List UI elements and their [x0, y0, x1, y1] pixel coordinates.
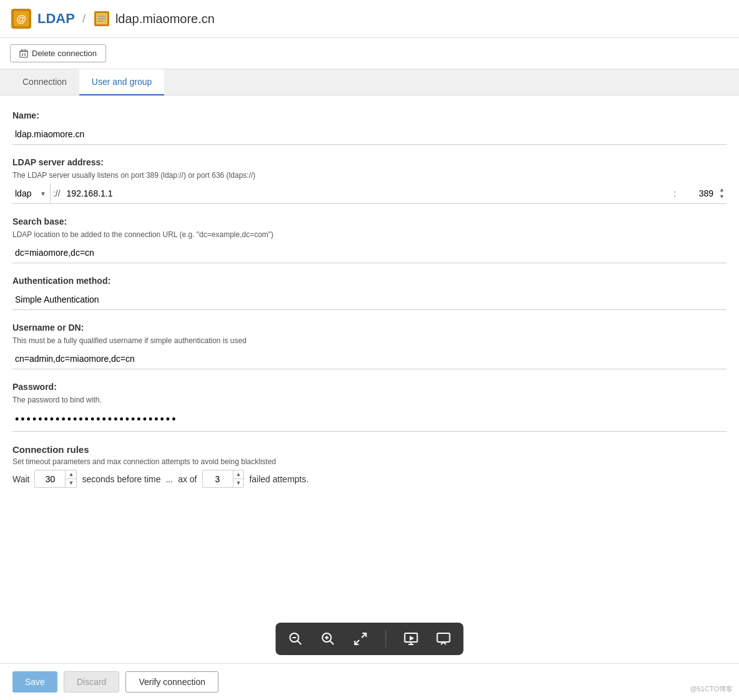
name-input[interactable]: [12, 124, 727, 145]
username-hint: This must be a fully qualified username …: [12, 336, 727, 345]
zoom-in-icon: [321, 631, 336, 646]
tab-user-and-group[interactable]: User and group: [79, 69, 165, 95]
port-down-button[interactable]: ▼: [717, 193, 727, 200]
verify-connection-button[interactable]: Verify connection: [125, 671, 218, 693]
fullscreen-button[interactable]: [351, 629, 371, 649]
svg-text:@: @: [16, 14, 26, 24]
max-up-button[interactable]: ▲: [233, 470, 244, 479]
auth-method-section: Authentication method:: [12, 276, 727, 310]
zoom-out-button[interactable]: [286, 629, 306, 649]
port-separator: :: [671, 183, 678, 203]
fullscreen-icon: [353, 631, 368, 646]
auth-method-input[interactable]: [12, 289, 727, 310]
form-content: Name: LDAP server address: The LDAP serv…: [0, 95, 739, 550]
port-input[interactable]: [678, 183, 716, 203]
password-input[interactable]: [12, 408, 727, 432]
zoom-in-button[interactable]: [318, 629, 338, 649]
max-value-wrapper: ▲ ▼: [202, 470, 245, 488]
seconds-text: seconds before time: [82, 474, 160, 484]
svg-line-19: [330, 641, 334, 644]
comment-icon: [436, 631, 451, 646]
floating-toolbar: [276, 623, 464, 655]
present-button[interactable]: [401, 629, 421, 649]
auth-method-label: Authentication method:: [12, 276, 727, 286]
port-wrapper: ▲ ▼: [678, 183, 727, 203]
header-separator: /: [82, 12, 86, 26]
protocol-select[interactable]: ldap ldaps: [12, 183, 39, 203]
app-header: @ LDAP / ldap.miaomore.cn: [0, 0, 739, 38]
ldap-server-hint: The LDAP server usually listens on port …: [12, 171, 727, 180]
wait-input[interactable]: [35, 472, 65, 487]
svg-line-15: [298, 641, 301, 644]
protocol-dropdown-icon: ▼: [40, 190, 46, 197]
wait-spinners: ▲ ▼: [65, 470, 76, 487]
colon-slash-text: ://: [51, 183, 63, 203]
password-hint: The password to bind with.: [12, 396, 727, 404]
max-of-text: ax of: [178, 474, 197, 484]
wait-down-button[interactable]: ▼: [65, 479, 76, 487]
wait-value-wrapper: ▲ ▼: [34, 470, 77, 488]
ldap-server-label: LDAP server address:: [12, 157, 727, 167]
toolbar-divider: [386, 630, 386, 648]
connection-rules-hint: Set timeout parameters and max connectio…: [12, 457, 727, 466]
ldap-server-section: LDAP server address: The LDAP server usu…: [12, 157, 727, 204]
password-label: Password:: [12, 382, 727, 392]
zoom-out-icon: [288, 631, 303, 646]
name-section: Name:: [12, 110, 727, 145]
port-up-button[interactable]: ▲: [717, 187, 727, 193]
max-spinners: ▲ ▼: [233, 470, 244, 487]
name-label: Name:: [12, 110, 727, 120]
comment-button[interactable]: [434, 629, 454, 649]
trash-icon: [19, 49, 28, 58]
username-label: Username or DN:: [12, 323, 727, 333]
svg-rect-12: [22, 49, 26, 51]
max-down-button[interactable]: ▼: [233, 479, 244, 487]
delete-connection-button[interactable]: Delete connection: [10, 44, 106, 62]
wait-up-button[interactable]: ▲: [65, 470, 76, 479]
svg-marker-25: [410, 636, 414, 641]
watermark: @51CTO博客: [690, 684, 733, 694]
username-section: Username or DN: This must be a fully qua…: [12, 323, 727, 369]
server-host-input[interactable]: [63, 183, 672, 203]
present-icon: [404, 631, 419, 646]
max-attempts-input[interactable]: [203, 472, 233, 487]
search-base-section: Search base: LDAP location to be added t…: [12, 216, 727, 263]
save-button[interactable]: Save: [12, 671, 57, 693]
ellipsis-text: ...: [165, 474, 173, 484]
tab-connection[interactable]: Connection: [10, 69, 79, 95]
main-toolbar: Delete connection: [0, 38, 739, 69]
app-name: LDAP: [37, 11, 75, 27]
footer-actions: Save Discard Verify connection: [0, 663, 739, 700]
failed-attempts-text: failed attempts.: [249, 474, 308, 484]
svg-rect-8: [20, 51, 27, 57]
port-spinners: ▲ ▼: [717, 187, 727, 200]
password-section: Password: The password to bind with.: [12, 382, 727, 432]
connection-name: ldap.miaomore.cn: [115, 12, 215, 26]
search-base-label: Search base:: [12, 216, 727, 226]
username-input[interactable]: [12, 349, 727, 369]
search-base-input[interactable]: [12, 243, 727, 263]
svg-line-20: [362, 633, 366, 638]
server-address-row: ldap ldaps ▼ :// : ▲ ▼: [12, 183, 727, 204]
search-base-hint: LDAP location to be added to the connect…: [12, 230, 727, 239]
wait-row: Wait ▲ ▼ seconds before time ... ax of ▲…: [12, 470, 727, 488]
connection-rules-section: Connection rules Set timeout parameters …: [12, 444, 727, 488]
ldap-app-icon: @: [10, 7, 32, 30]
svg-line-21: [355, 640, 360, 644]
wait-label-text: Wait: [12, 474, 29, 484]
svg-rect-26: [438, 633, 450, 642]
connection-rules-title: Connection rules: [12, 444, 727, 455]
connection-icon: [93, 10, 110, 27]
discard-button[interactable]: Discard: [64, 671, 119, 693]
delete-button-label: Delete connection: [32, 49, 97, 58]
tab-bar: Connection User and group: [0, 69, 739, 95]
